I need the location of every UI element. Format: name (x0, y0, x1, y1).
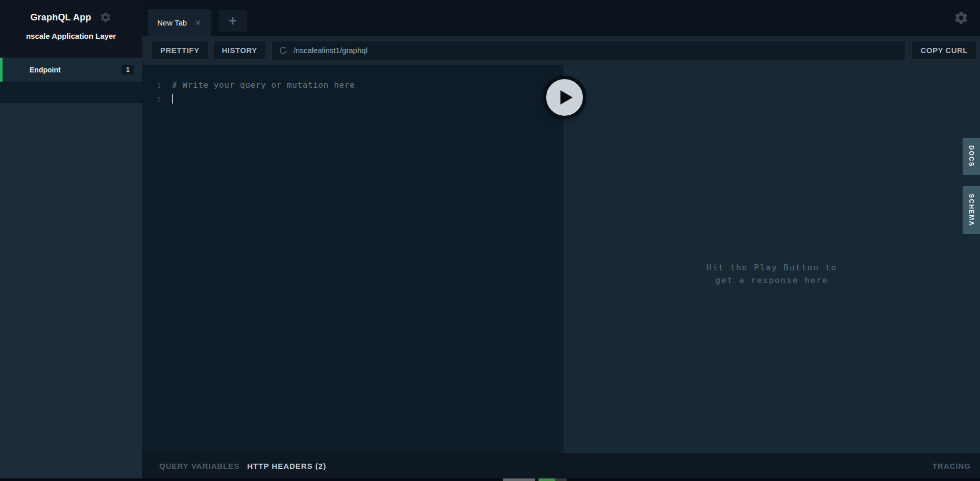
bottom-bar: QUERY VARIABLES HTTP HEADERS (2) TRACING (142, 453, 980, 478)
sidebar-header: GraphQL App nscale Application Layer (0, 0, 142, 58)
taskbar-segment-green (538, 478, 555, 481)
text-cursor (172, 94, 173, 104)
sidebar-body (0, 103, 142, 478)
editor-cursor-cell (161, 94, 173, 104)
tab-http-headers[interactable]: HTTP HEADERS (2) (247, 462, 326, 470)
graphql-playground-app: GraphQL App nscale Application Layer End… (0, 0, 980, 481)
response-hint-line-2: get a response here (564, 274, 980, 287)
tab-label: New Tab (157, 18, 187, 27)
history-button[interactable]: HISTORY (214, 41, 265, 59)
settings-gear-icon[interactable] (953, 10, 969, 26)
tab-schema[interactable]: SCHEMA (963, 186, 980, 234)
sidebar: GraphQL App nscale Application Layer End… (0, 0, 142, 478)
close-tab-icon[interactable]: × (195, 17, 201, 28)
workspace-content: 1 # Write your query or mutation here 2 … (142, 65, 980, 453)
taskbar-segment-gray (503, 478, 535, 481)
endpoint-url-input[interactable]: /nscalealinst1/graphql (272, 41, 906, 60)
sidebar-title-row: GraphQL App (30, 11, 111, 23)
sidebar-item-endpoint[interactable]: Endpoint 1 (0, 58, 142, 82)
copy-curl-button[interactable]: COPY CURL (912, 41, 976, 59)
editor-line-2: 2 (142, 94, 564, 108)
endpoint-url-text: /nscalealinst1/graphql (293, 46, 368, 55)
taskbar-segment-dark (555, 478, 567, 481)
response-hint: Hit the Play Button to get a response he… (564, 261, 980, 287)
response-hint-line-1: Hit the Play Button to (564, 261, 980, 274)
play-icon (560, 90, 573, 105)
main-panel: New Tab × + PRETTIFY HISTORY /nscalealin… (142, 0, 980, 478)
app-title: GraphQL App (30, 12, 91, 23)
tab-query-variables[interactable]: QUERY VARIABLES (159, 462, 239, 470)
editor-line-1: 1 # Write your query or mutation here (142, 80, 564, 94)
execute-query-button[interactable] (546, 79, 583, 116)
tab-docs[interactable]: DOCS (963, 138, 980, 175)
taskbar-sliver (0, 478, 980, 481)
toolbar: PRETTIFY HISTORY /nscalealinst1/graphql … (142, 36, 980, 65)
sidebar-gear-icon[interactable] (100, 11, 112, 23)
add-tab-button[interactable]: + (218, 10, 247, 32)
line-number: 1 (142, 82, 161, 89)
workspace-subtitle: nscale Application Layer (26, 32, 116, 40)
query-editor[interactable]: 1 # Write your query or mutation here 2 (142, 65, 564, 453)
tab-new-tab[interactable]: New Tab × (148, 9, 211, 36)
endpoint-label: Endpoint (30, 66, 61, 74)
tab-tracing[interactable]: TRACING (933, 462, 971, 470)
sidebar-empty-row (0, 82, 142, 103)
prettify-button[interactable]: PRETTIFY (152, 41, 208, 59)
endpoint-count-badge: 1 (121, 65, 134, 74)
response-panel: Hit the Play Button to get a response he… (564, 65, 980, 453)
editor-comment-text: # Write your query or mutation here (161, 80, 355, 90)
reload-endpoint-icon[interactable] (278, 45, 288, 56)
line-number: 2 (142, 95, 161, 103)
tab-bar: New Tab × + (142, 0, 980, 36)
